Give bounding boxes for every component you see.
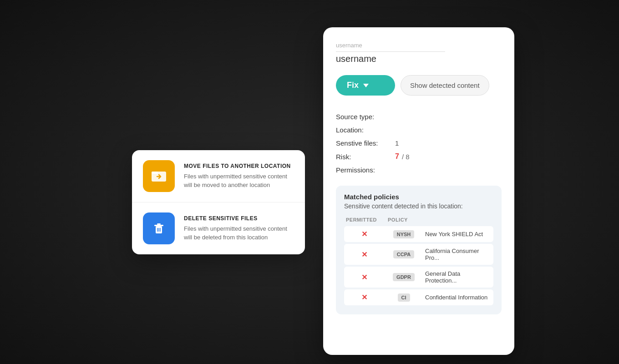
policies-section: Matched policies Sensitive content detec… [336,186,502,314]
info-section: Source type: Location: Senstive files: 1… [336,110,502,177]
risk-row: Risk: 7 / 8 [336,150,502,163]
move-files-description: Files with unpermitted sensitive content… [184,172,294,190]
fix-dropdown-card: MOVE FILES TO ANOTHER LOCATION Files wit… [132,150,305,254]
policies-table: PERMITTED POLICY ✕ NYSH New York SHIELD … [344,217,493,305]
permitted-icon: ✕ [346,293,382,302]
policy-name: California Consumer Pro... [425,248,492,261]
badge-label: NYSH [393,230,415,238]
risk-total: / 8 [402,153,410,161]
fix-button-label: Fix [347,81,359,90]
col-policy-name-header [425,217,492,222]
scene: username username Fix Show detected cont… [105,18,514,346]
policy-badge: GDPR [388,273,420,281]
move-files-item[interactable]: MOVE FILES TO ANOTHER LOCATION Files wit… [132,150,305,202]
main-card: username username Fix Show detected cont… [323,27,514,355]
policy-row: ✕ CCPA California Consumer Pro... [344,244,493,265]
policies-title: Matched policies [344,193,493,201]
trash-icon [151,220,167,237]
permitted-icon: ✕ [346,250,382,259]
delete-files-item[interactable]: DELETE SENSITIVE FILES Files with unperm… [132,202,305,254]
badge-label: CCPA [393,250,414,258]
policies-header: PERMITTED POLICY [344,217,493,226]
delete-files-title: DELETE SENSITIVE FILES [184,215,294,222]
policy-badge: NYSH [388,230,420,238]
policy-name: Confidential Information [425,294,492,301]
permitted-icon: ✕ [346,273,382,282]
svg-rect-1 [152,172,158,174]
sensitive-files-value: 1 [395,139,399,147]
location-label: Location: [336,126,395,134]
svg-rect-3 [154,225,163,226]
policy-row: ✕ GDPR General Data Protection... [344,267,493,288]
policy-name: General Data Protection... [425,270,492,284]
badge-label: GDPR [393,273,415,281]
sensitive-files-label: Senstive files: [336,139,395,147]
policy-name: New York SHIELD Act [425,231,492,238]
policy-badge: CCPA [388,250,420,258]
policy-badge: CI [388,293,420,302]
delete-files-icon-box [143,212,175,244]
risk-value: 7 [395,152,399,161]
policy-row: ✕ NYSH New York SHIELD Act [344,226,493,242]
permissions-label: Permissions: [336,166,395,174]
col-policy-header: POLICY [388,217,420,222]
location-row: Location: [336,123,502,136]
delete-files-description: Files with unpermitted sensitive content… [184,224,294,242]
permissions-row: Permissions: [336,163,502,177]
show-content-button[interactable]: Show detected content [401,75,489,96]
fix-dropdown-arrow-icon [363,84,369,87]
action-row: Fix Show detected content [336,75,502,96]
move-files-icon-box [143,160,175,192]
col-permitted-header: PERMITTED [346,217,382,222]
fix-button[interactable]: Fix [336,75,395,96]
badge-label: CI [398,293,410,302]
permitted-icon: ✕ [346,230,382,238]
source-type-label: Source type: [336,113,395,121]
username-placeholder: username [336,42,445,52]
policy-row: ✕ CI Confidential Information [344,289,493,305]
move-files-title: MOVE FILES TO ANOTHER LOCATION [184,163,294,169]
policy-rows: ✕ NYSH New York SHIELD Act ✕ CCPA Califo… [344,226,493,305]
risk-label: Risk: [336,153,395,161]
move-files-content: MOVE FILES TO ANOTHER LOCATION Files wit… [184,163,294,190]
source-type-row: Source type: [336,110,502,123]
policies-subtitle: Sensitive content detected in this locat… [344,202,493,210]
delete-files-content: DELETE SENSITIVE FILES Files with unperm… [184,215,294,242]
sensitive-files-row: Senstive files: 1 [336,136,502,150]
folder-arrow-icon [151,168,167,184]
username-value: username [336,54,502,64]
svg-rect-4 [157,223,161,225]
